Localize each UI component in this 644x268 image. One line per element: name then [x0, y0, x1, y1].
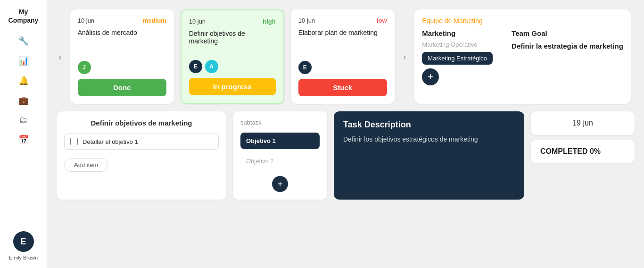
card-1-header: 10 jun medium: [78, 17, 166, 24]
info-panels: 19 jun COMPLETED 0%: [531, 111, 635, 200]
desc-text: Definir los objetivos estratégicos de ma…: [343, 134, 515, 144]
add-subtask-button[interactable]: +: [272, 176, 288, 192]
card-1-date: 10 jun: [78, 17, 94, 24]
add-team-option-button[interactable]: +: [422, 68, 439, 85]
calendar-icon[interactable]: 📅: [18, 134, 29, 145]
subtask-panel-title: Definir objetivos de marketing: [64, 119, 219, 127]
team-columns: Marketing Marketing Operativo Marketing …: [422, 29, 623, 87]
todo-checkbox-1[interactable]: [70, 138, 78, 145]
todo-item-1: Detallar el objetivo 1: [64, 134, 219, 150]
company-logo: MyCompany: [8, 8, 39, 25]
card-2-header: 10 jun high: [189, 18, 276, 25]
bell-icon[interactable]: 🔔: [18, 75, 29, 86]
card-2-date: 10 jun: [189, 18, 206, 25]
bar-chart-icon[interactable]: 📊: [18, 56, 29, 66]
card-3-priority: low: [377, 17, 387, 24]
team-col-marketing: Marketing Marketing Operativo Marketing …: [422, 29, 493, 87]
sidebar-nav: 🔧 📊 🔔 💼 🗂 📅: [18, 36, 29, 231]
avatar-a: A: [205, 60, 218, 73]
card-3-status[interactable]: Stuck: [298, 79, 387, 96]
card-1-title: Análisis de mercado: [78, 29, 166, 56]
todo-label-1: Detallar el objetivo 1: [83, 138, 138, 145]
due-date: 19 jun: [540, 119, 625, 127]
team-goal-text: Definir la estrategia de marketing: [512, 41, 623, 51]
card-2-title: Definir objetivos de marketing: [189, 30, 276, 55]
team-card: Equipo de Marketing Marketing Marketing …: [414, 9, 630, 104]
user-section: E Emily Brown: [9, 231, 38, 260]
add-item-button[interactable]: Add item: [64, 158, 108, 172]
task-card-3: 10 jun low Elaborar plan de marketing E …: [291, 9, 395, 104]
subtask-list-title: subtask: [240, 119, 320, 126]
team-label: Equipo de Marketing: [422, 17, 623, 25]
team-col2-title: Team Goal: [512, 29, 623, 37]
due-date-panel: 19 jun: [531, 111, 635, 135]
marketing-estrategico[interactable]: Marketing Estratégico: [422, 52, 493, 65]
completed-text: COMPLETED 0%: [540, 147, 625, 156]
subtask-edit-panel: Definir objetivos de marketing Detallar …: [57, 111, 226, 200]
avatar-e2: E: [298, 61, 312, 74]
card-3-header: 10 jun low: [298, 17, 387, 24]
card-1-avatars: J: [78, 61, 166, 74]
card-2-status[interactable]: In progress: [189, 78, 276, 95]
card-3-avatars: E: [298, 61, 387, 74]
subtask-item-2[interactable]: Objetivo 2: [240, 153, 320, 169]
bottom-row: Definir objetivos de marketing Detallar …: [57, 111, 635, 200]
desc-title: Task Description: [343, 120, 515, 130]
top-row: ‹ 10 jun medium Análisis de mercado J Do…: [57, 9, 635, 104]
subtask-list-panel: subtask Objetivo 1 Objetivo 2 +: [233, 111, 327, 200]
card-3-title: Elaborar plan de marketing: [298, 29, 387, 56]
card-1-status[interactable]: Done: [78, 79, 166, 96]
card-2-priority: high: [263, 18, 275, 25]
briefcase-icon[interactable]: 💼: [18, 95, 29, 106]
card-3-date: 10 jun: [298, 17, 315, 24]
avatar-e1: E: [189, 60, 202, 73]
completed-panel: COMPLETED 0%: [531, 140, 635, 163]
task-card-1: 10 jun medium Análisis de mercado J Done: [70, 9, 174, 104]
card-1-priority: medium: [143, 17, 166, 24]
wrench-icon[interactable]: 🔧: [18, 36, 29, 46]
card-2-avatars: E A: [189, 60, 276, 73]
task-card-2: 10 jun high Definir objetivos de marketi…: [181, 9, 284, 104]
avatar-j: J: [78, 61, 91, 74]
team-col-goal: Team Goal Definir la estrategia de marke…: [512, 29, 623, 87]
avatar[interactable]: E: [13, 231, 34, 252]
user-name: Emily Brown: [9, 255, 38, 260]
next-arrow[interactable]: ›: [401, 9, 408, 104]
team-col1-title: Marketing: [422, 29, 493, 37]
task-description-panel: Task Description Definir los objetivos e…: [334, 111, 524, 200]
sidebar: MyCompany 🔧 📊 🔔 💼 🗂 📅 E Emily Brown: [0, 0, 47, 268]
layers-icon[interactable]: 🗂: [19, 115, 28, 125]
subtask-item-1[interactable]: Objetivo 1: [240, 133, 320, 149]
main-content: ‹ 10 jun medium Análisis de mercado J Do…: [47, 0, 644, 268]
marketing-operativo[interactable]: Marketing Operativo: [422, 41, 493, 48]
prev-arrow[interactable]: ‹: [57, 9, 64, 104]
